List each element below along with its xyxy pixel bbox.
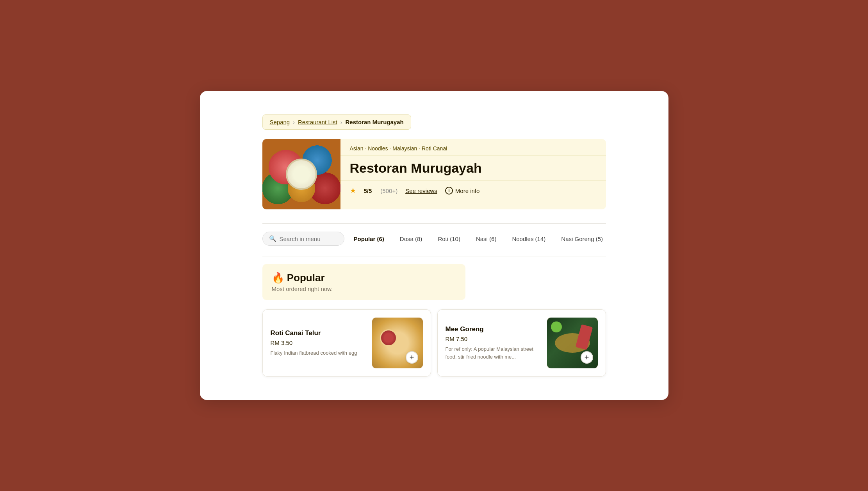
restaurant-info: Asian · Noodles · Malaysian · Roti Canai… — [340, 139, 606, 209]
mee-info: Mee Goreng RM 7.50 For ref only: A popul… — [446, 325, 541, 361]
filter-tab-roti[interactable]: Roti (10) — [431, 232, 467, 245]
fire-emoji: 🔥 — [272, 272, 284, 284]
menu-items-grid: Roti Canai Telur RM 3.50 Flaky Indian fl… — [262, 309, 606, 377]
roti-info: Roti Canai Telur RM 3.50 Flaky Indian fl… — [271, 329, 366, 357]
breadcrumb-sep-1: › — [293, 119, 295, 125]
restaurant-tags: Asian · Noodles · Malaysian · Roti Canai — [340, 139, 606, 156]
see-reviews-link[interactable]: See reviews — [405, 187, 437, 194]
mee-lime-visual — [551, 321, 562, 332]
menu-item-roti[interactable]: Roti Canai Telur RM 3.50 Flaky Indian fl… — [262, 309, 431, 377]
star-icon: ★ — [350, 186, 356, 195]
roti-desc: Flaky Indian flatbread cooked with egg — [271, 349, 366, 357]
add-roti-button[interactable]: + — [406, 351, 418, 364]
filter-tab-popular[interactable]: Popular (6) — [348, 232, 390, 245]
filter-tab-nasi[interactable]: Nasi (6) — [470, 232, 503, 245]
filter-tab-nasi-goreng[interactable]: Nasi Goreng (5) — [555, 232, 609, 245]
rating-row: ★ 5/5 (500+) See reviews i More info — [340, 181, 606, 200]
popular-subtitle: Most ordered right now. — [272, 286, 456, 292]
rating-value: 5/5 — [364, 187, 372, 194]
more-info-label: More info — [455, 187, 480, 194]
review-count: (500+) — [380, 187, 397, 194]
filter-tab-noodles[interactable]: Noodles (14) — [506, 232, 552, 245]
popular-section: 🔥 Popular Most ordered right now. — [262, 264, 465, 300]
more-info-button[interactable]: i More info — [445, 187, 480, 195]
breadcrumb-restaurant-list[interactable]: Restaurant List — [298, 119, 337, 125]
search-input[interactable] — [280, 236, 338, 242]
restaurant-image — [262, 139, 340, 209]
popular-title: 🔥 Popular — [272, 272, 456, 284]
roti-image: + — [372, 318, 423, 368]
popular-label: Popular — [287, 272, 325, 284]
filter-tab-dosa[interactable]: Dosa (8) — [394, 232, 429, 245]
food-bowl — [286, 159, 317, 190]
header-divider — [262, 223, 606, 224]
section-divider — [262, 257, 606, 257]
restaurant-name: Restoran Murugayah — [340, 156, 606, 181]
search-icon: 🔍 — [269, 235, 276, 242]
roti-cup-visual — [380, 329, 397, 346]
roti-name: Roti Canai Telur — [271, 329, 366, 337]
info-icon: i — [445, 187, 453, 195]
mee-desc: For ref only: A popular Malaysian street… — [446, 345, 541, 361]
mee-name: Mee Goreng — [446, 325, 541, 333]
breadcrumb-sepang[interactable]: Sepang — [270, 119, 290, 125]
mee-price: RM 7.50 — [446, 336, 541, 342]
restaurant-header: Asian · Noodles · Malaysian · Roti Canai… — [262, 139, 606, 209]
breadcrumb: Sepang › Restaurant List › Restoran Muru… — [262, 114, 411, 130]
roti-price: RM 3.50 — [271, 339, 366, 346]
menu-item-mee[interactable]: Mee Goreng RM 7.50 For ref only: A popul… — [437, 309, 606, 377]
add-mee-button[interactable]: + — [581, 351, 593, 364]
breadcrumb-current: Restoran Murugayah — [345, 119, 403, 125]
mee-red-visual — [575, 324, 593, 350]
menu-filter-bar: 🔍 Popular (6) Dosa (8) Roti (10) Nasi (6… — [262, 232, 606, 246]
breadcrumb-sep-2: › — [340, 119, 342, 125]
search-wrapper[interactable]: 🔍 — [262, 232, 344, 246]
mee-image: + — [547, 318, 598, 368]
